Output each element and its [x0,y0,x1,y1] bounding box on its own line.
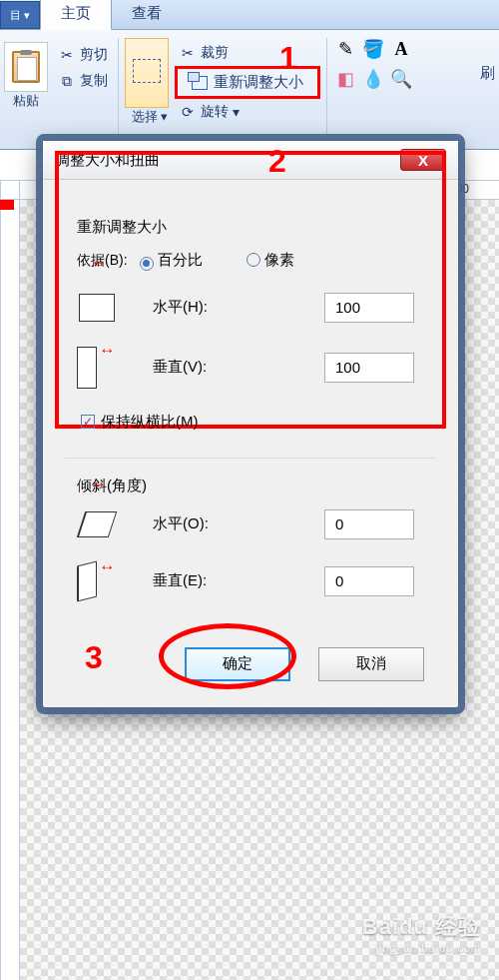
keep-aspect-checkbox[interactable]: ✓ 保持纵横比(M) [81,413,424,432]
horiz-h-label: 水平(H): [153,298,262,317]
horiz-o-input[interactable] [324,509,414,539]
rotate-button[interactable]: ⟳旋转 ▾ [175,101,320,123]
arrow-v-icon: ↕ [99,347,117,389]
paste-label: 粘贴 [13,92,39,110]
vert-e-input[interactable] [324,566,414,596]
resize-icon [192,76,208,90]
skew-v-icon [77,560,97,601]
eraser-icon[interactable]: ◧ [333,68,357,90]
clipboard-icon [12,51,40,83]
tab-bar: 目 ▾ 主页 查看 [0,0,499,30]
cut-button[interactable]: ✂剪切 [54,44,112,66]
select-rect-icon [133,59,161,83]
arrow-h-icon: ↔ [91,476,105,493]
resize-group-title: 重新调整大小 [77,218,424,237]
annotation-circle-3 [159,623,296,689]
scissors-icon: ✂ [58,47,76,63]
watermark-sub: jingyan.baidu.com [362,942,481,954]
copy-button[interactable]: ⧉复制 [54,70,112,92]
ribbon: 粘贴 ✂剪切 ⧉复制 选择 ▾ ✂裁剪 重新调整大小 ⟳旋转 ▾ [0,30,499,150]
annotation-2: 2 [268,143,286,180]
bucket-icon[interactable]: 🪣 [361,38,385,60]
watermark-logo: Baidu 经验 [362,912,481,942]
ruler-vertical [0,200,20,980]
divider [65,458,436,459]
arrow-h-icon: ↔ [91,254,105,272]
tab-view[interactable]: 查看 [112,0,182,29]
watermark: Baidu 经验 jingyan.baidu.com [362,912,481,954]
text-icon[interactable]: A [389,38,413,60]
skew-group: 倾斜(角度) ↔ 水平(O): ↕ 垂直(E): [65,477,436,639]
tab-home[interactable]: 主页 [40,0,112,30]
skew-h-icon [77,511,117,537]
resize-button[interactable]: 重新调整大小 [175,66,320,99]
ribbon-group-clipboard: 粘贴 ✂剪切 ⧉复制 [0,38,119,149]
vert-resize-icon [77,347,97,389]
checkbox-checked-icon: ✓ [81,415,95,429]
crop-button[interactable]: ✂裁剪 [175,42,320,64]
copy-icon: ⧉ [58,73,76,89]
magnifier-icon[interactable]: 🔍 [389,68,413,90]
pencil-icon[interactable]: ✎ [333,38,357,60]
radio-checked-icon [140,257,154,271]
ruler-origin-marker [0,200,14,210]
vert-v-label: 垂直(V): [153,358,262,377]
eyedropper-icon[interactable]: 💧 [361,68,385,90]
select-tool[interactable] [125,38,169,108]
vert-v-input[interactable] [324,353,414,383]
paste-button[interactable] [4,42,48,92]
radio-unchecked-icon [247,253,260,267]
annotation-1: 1 [279,40,297,77]
vert-e-label: 垂直(E): [153,571,262,590]
annotation-3: 3 [85,639,103,676]
horiz-resize-icon [79,294,115,322]
radio-pixels[interactable]: 像素 [247,251,294,270]
cancel-button[interactable]: 取消 [318,647,424,681]
rotate-icon: ⟳ [179,104,197,120]
crop-icon: ✂ [179,45,197,61]
select-label: 选择 ▾ [132,108,169,126]
ribbon-group-tools: ✎ 🪣 A ◧ 💧 🔍 刷 [327,38,415,149]
horiz-h-input[interactable] [324,293,414,323]
app-menu-button[interactable]: 目 ▾ [0,1,40,29]
resize-dialog: 调整大小和扭曲 X 2 重新调整大小 依据(B): 百分比 像素 ↔ 水平(H)… [42,140,459,708]
ruler-corner [0,180,20,200]
resize-group: 重新调整大小 依据(B): 百分比 像素 ↔ 水平(H): ↕ 垂直(V): ✓… [65,198,436,448]
skew-group-title: 倾斜(角度) [77,477,424,495]
arrow-v-icon: ↕ [99,563,117,599]
horiz-o-label: 水平(O): [153,514,262,533]
radio-percent[interactable]: 百分比 [140,251,203,271]
brush-hint: 刷 [480,64,495,83]
